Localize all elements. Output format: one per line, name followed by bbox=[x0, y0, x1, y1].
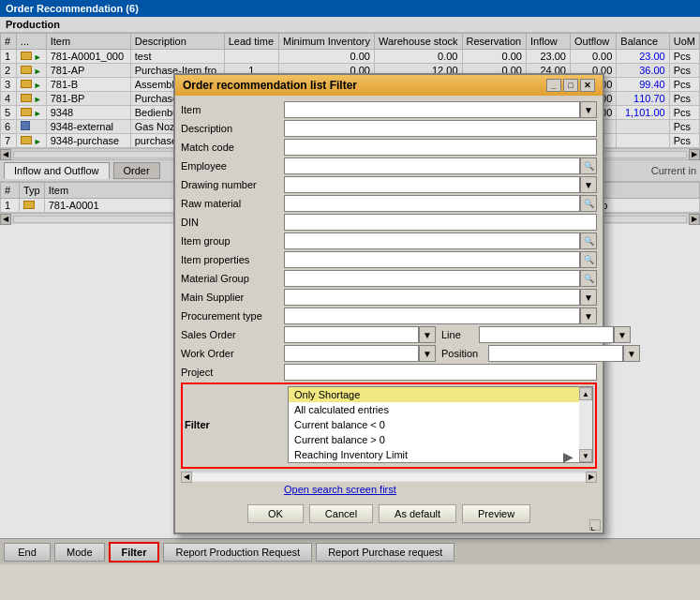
form-input-description[interactable] bbox=[284, 120, 597, 137]
form-field-rawmaterial-wrapper: 🔍 bbox=[284, 195, 597, 212]
filter-option-2[interactable]: All calculated entries bbox=[289, 402, 579, 417]
form-label-din: DIN bbox=[181, 217, 284, 228]
form-field-position-wrapper: ▼ bbox=[488, 345, 640, 362]
form-search-btn-materialgroup[interactable]: 🔍 bbox=[580, 270, 597, 287]
form-dropdown-btn-item[interactable]: ▼ bbox=[580, 101, 597, 118]
cursor-arrow-icon: ▶ bbox=[563, 449, 573, 464]
form-row-drawingnumber: Drawing number ▼ bbox=[181, 176, 597, 193]
form-row-matchcode: Match code bbox=[181, 139, 597, 156]
modal-actions: OK Cancel As default Preview bbox=[181, 499, 597, 527]
form-dropdown-btn-line[interactable]: ▼ bbox=[614, 326, 631, 343]
form-row-itemproperties: Item properties 🔍 bbox=[181, 251, 597, 268]
form-row-proctype: Procurement type ▼ bbox=[181, 308, 597, 324]
form-label-description: Description bbox=[181, 123, 284, 134]
form-field-salesorder-wrapper: ▼ bbox=[284, 326, 436, 343]
form-row-description: Description bbox=[181, 120, 597, 137]
form-input-din[interactable] bbox=[284, 214, 597, 231]
form-input-item[interactable] bbox=[284, 101, 580, 118]
form-field-itemgroup-wrapper: 🔍 bbox=[284, 232, 597, 249]
form-input-position[interactable] bbox=[488, 345, 623, 362]
title-bar: Order Recommendation (6) bbox=[0, 0, 700, 17]
filter-option-1[interactable]: Only Shortage bbox=[289, 387, 579, 402]
form-input-itemgroup[interactable] bbox=[284, 232, 580, 249]
form-label-salesorder: Sales Order bbox=[181, 329, 284, 340]
form-input-employee[interactable] bbox=[284, 158, 580, 174]
form-input-line[interactable] bbox=[479, 326, 614, 343]
form-search-btn-rawmaterial[interactable]: 🔍 bbox=[580, 195, 597, 212]
scroll-thumb-area bbox=[579, 400, 592, 449]
form-input-drawingnumber[interactable] bbox=[284, 176, 580, 193]
title-text: Order Recommendation (6) bbox=[6, 3, 139, 14]
modal-body: Item ▼ Description Match code Employee bbox=[175, 96, 603, 532]
filter-dropdown-items: Only Shortage All calculated entries Cur… bbox=[289, 387, 579, 462]
form-input-salesorder[interactable] bbox=[284, 326, 419, 343]
form-label-employee: Employee bbox=[181, 160, 284, 172]
form-dropdown-btn-proctype[interactable]: ▼ bbox=[580, 308, 597, 324]
form-field-employee-wrapper: 🔍 bbox=[284, 158, 597, 174]
form-input-proctype[interactable] bbox=[284, 308, 580, 324]
form-search-btn-itemproperties[interactable]: 🔍 bbox=[580, 251, 597, 268]
form-field-itemprop-wrapper: 🔍 bbox=[284, 251, 597, 268]
form-input-itemproperties[interactable] bbox=[284, 251, 580, 268]
filter-option-5[interactable]: Reaching Inventory Limit bbox=[289, 447, 579, 462]
modal-dialog: Order recommendation list Filter _ □ ✕ I… bbox=[173, 73, 604, 534]
form-row-item: Item ▼ bbox=[181, 101, 597, 118]
form-row-materialgroup: Material Group 🔍 bbox=[181, 270, 597, 287]
filter-field-area: Only Shortage All calculated entries Cur… bbox=[288, 386, 593, 463]
form-field-line-wrapper: ▼ bbox=[479, 326, 631, 343]
modal-scroll-track[interactable] bbox=[192, 473, 586, 481]
filter-dropdown-list[interactable]: Only Shortage All calculated entries Cur… bbox=[288, 386, 593, 463]
form-field-matgroup-wrapper: 🔍 bbox=[284, 270, 597, 287]
open-search-link[interactable]: Open search screen first bbox=[284, 484, 597, 495]
form-row-itemgroup: Item group 🔍 bbox=[181, 232, 597, 249]
filter-option-4[interactable]: Current balance > 0 bbox=[289, 432, 579, 447]
form-label-rawmaterial: Raw material bbox=[181, 198, 284, 209]
form-row-filter: Filter Only Shortage All calculated entr… bbox=[185, 386, 593, 463]
form-dropdown-btn-salesorder[interactable]: ▼ bbox=[419, 326, 436, 343]
modal-scroll-left[interactable]: ◀ bbox=[181, 472, 192, 483]
filter-option-3[interactable]: Current balance < 0 bbox=[289, 417, 579, 432]
modal-title-bar: Order recommendation list Filter _ □ ✕ bbox=[175, 75, 603, 96]
form-input-materialgroup[interactable] bbox=[284, 270, 580, 287]
form-dropdown-btn-drawing[interactable]: ▼ bbox=[580, 176, 597, 193]
modal-title-controls: _ □ ✕ bbox=[546, 79, 595, 92]
form-field-proctype-wrapper: ▼ bbox=[284, 308, 597, 324]
form-input-workorder[interactable] bbox=[284, 345, 419, 362]
form-row-mainsupplier: Main Supplier ▼ bbox=[181, 289, 597, 306]
form-input-matchcode[interactable] bbox=[284, 139, 597, 156]
form-input-rawmaterial[interactable] bbox=[284, 195, 580, 212]
form-dropdown-btn-mainsupplier[interactable]: ▼ bbox=[580, 289, 597, 306]
form-dropdown-btn-position[interactable]: ▼ bbox=[623, 345, 640, 362]
modal-h-scrollbar[interactable]: ◀ ▶ bbox=[181, 471, 597, 482]
modal-asdefault-btn[interactable]: As default bbox=[379, 504, 456, 523]
form-search-btn-employee[interactable]: 🔍 bbox=[580, 158, 597, 174]
form-label-line: Line bbox=[441, 329, 479, 340]
form-search-btn-itemgroup[interactable]: 🔍 bbox=[580, 232, 597, 249]
form-label-position: Position bbox=[441, 348, 488, 359]
form-label-item: Item bbox=[181, 104, 284, 115]
form-row-employee: Employee 🔍 bbox=[181, 158, 597, 174]
modal-resize-handle[interactable]: ⌞ bbox=[589, 519, 601, 531]
modal-ok-btn[interactable]: OK bbox=[247, 504, 304, 523]
form-field-drawing-wrapper: ▼ bbox=[284, 176, 597, 193]
form-field-item-wrapper: ▼ bbox=[284, 101, 597, 118]
form-label-itemproperties: Item properties bbox=[181, 254, 284, 265]
filter-dropdown-scrollbar[interactable]: ▲ ▼ bbox=[579, 387, 592, 462]
form-label-workorder: Work Order bbox=[181, 348, 284, 359]
form-input-project[interactable] bbox=[284, 364, 597, 381]
form-label-drawingnumber: Drawing number bbox=[181, 179, 284, 190]
modal-scroll-right[interactable]: ▶ bbox=[586, 472, 597, 483]
modal-close-btn[interactable]: ✕ bbox=[580, 79, 595, 92]
scroll-down-btn[interactable]: ▼ bbox=[579, 449, 592, 462]
form-input-mainsupplier[interactable] bbox=[284, 289, 580, 306]
form-dropdown-btn-workorder[interactable]: ▼ bbox=[419, 345, 436, 362]
form-field-mainsupplier-wrapper: ▼ bbox=[284, 289, 597, 306]
modal-preview-btn[interactable]: Preview bbox=[462, 504, 530, 523]
form-label-itemgroup: Item group bbox=[181, 235, 284, 247]
modal-cancel-btn[interactable]: Cancel bbox=[309, 504, 373, 523]
modal-maximize-btn[interactable]: □ bbox=[563, 79, 578, 92]
form-label-filter: Filter bbox=[185, 419, 288, 430]
modal-minimize-btn[interactable]: _ bbox=[546, 79, 561, 92]
scroll-up-btn[interactable]: ▲ bbox=[579, 387, 592, 400]
filter-row-highlighted: Filter Only Shortage All calculated entr… bbox=[181, 382, 597, 469]
